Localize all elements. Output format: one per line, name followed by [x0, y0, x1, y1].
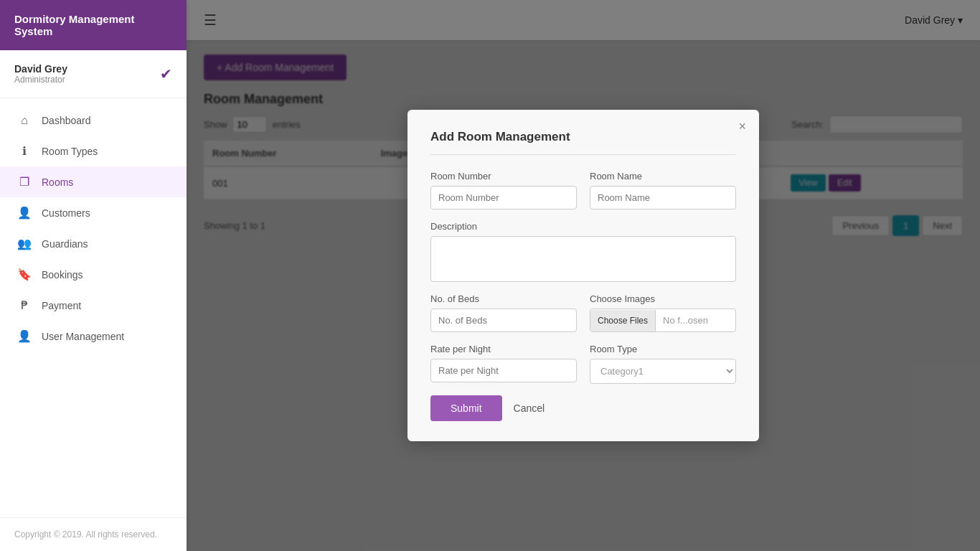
description-input[interactable]: [430, 236, 736, 282]
sidebar-user-role: Administrator: [14, 75, 67, 85]
sidebar-item-payment[interactable]: ₱ Payment: [0, 290, 187, 321]
room-number-group: Room Number: [430, 171, 577, 209]
no-of-beds-group: No. of Beds: [430, 293, 577, 332]
sidebar-item-label: Rooms: [42, 176, 73, 188]
sidebar-item-user-management[interactable]: 👤 User Management: [0, 321, 187, 352]
sidebar-item-label: User Management: [42, 331, 124, 342]
sidebar-item-label: Payment: [42, 300, 81, 311]
info-icon: ℹ: [17, 144, 32, 158]
bookings-icon: 🔖: [17, 268, 32, 281]
form-row-3: No. of Beds Choose Images Choose Files N…: [430, 293, 736, 332]
form-row-2: Description: [430, 221, 736, 282]
sidebar-item-customers[interactable]: 👤 Customers: [0, 197, 187, 228]
sidebar-item-label: Bookings: [42, 269, 83, 281]
sidebar-item-label: Dashboard: [42, 115, 91, 126]
rate-per-night-input[interactable]: [430, 359, 577, 382]
modal-title: Add Room Management: [430, 130, 736, 155]
sidebar-item-rooms[interactable]: ❐ Rooms: [0, 166, 187, 197]
form-row-1: Room Number Room Name: [430, 171, 736, 209]
sidebar-item-bookings[interactable]: 🔖 Bookings: [0, 259, 187, 290]
sidebar-item-guardians[interactable]: 👥 Guardians: [0, 228, 187, 259]
sidebar: Dormitory Management System David Grey A…: [0, 0, 187, 551]
choose-images-label: Choose Images: [590, 293, 736, 304]
choose-files-button[interactable]: Choose Files: [590, 310, 656, 331]
description-label: Description: [430, 221, 736, 232]
choose-images-group: Choose Images Choose Files No f...osen: [590, 293, 736, 332]
sidebar-item-room-types[interactable]: ℹ Room Types: [0, 136, 187, 166]
sidebar-user-info: David Grey Administrator: [14, 63, 67, 85]
no-of-beds-input[interactable]: [430, 309, 577, 332]
file-name-display: No f...osen: [656, 309, 715, 331]
sidebar-item-dashboard[interactable]: ⌂ Dashboard: [0, 105, 187, 136]
room-number-label: Room Number: [430, 171, 577, 182]
room-name-label: Room Name: [590, 171, 736, 182]
no-of-beds-label: No. of Beds: [430, 293, 577, 304]
payment-icon: ₱: [17, 298, 32, 312]
modal-close-button[interactable]: ×: [738, 120, 746, 133]
room-name-group: Room Name: [590, 171, 736, 209]
modal-overlay: Add Room Management × Room Number Room N…: [187, 0, 980, 551]
sidebar-item-label: Customers: [42, 207, 90, 219]
modal-actions: Submit Cancel: [430, 395, 736, 421]
app-title: Dormitory Management System: [0, 0, 187, 50]
user-mgmt-icon: 👤: [17, 329, 32, 343]
description-group: Description: [430, 221, 736, 282]
submit-button[interactable]: Submit: [430, 395, 502, 421]
file-input-wrapper: Choose Files No f...osen: [590, 309, 736, 332]
form-row-4: Rate per Night Room Type Category1 Categ…: [430, 344, 736, 384]
guardians-icon: 👥: [17, 237, 32, 250]
rate-per-night-label: Rate per Night: [430, 344, 577, 354]
room-name-input[interactable]: [590, 186, 736, 209]
room-type-select[interactable]: Category1 Category2 Category3: [590, 359, 736, 384]
cancel-button[interactable]: Cancel: [514, 402, 545, 414]
user-check-icon: ✔: [160, 65, 172, 83]
sidebar-nav: ⌂ Dashboard ℹ Room Types ❐ Rooms 👤 Custo…: [0, 98, 187, 517]
room-type-group: Room Type Category1 Category2 Category3: [590, 344, 736, 384]
room-number-input[interactable]: [430, 186, 577, 209]
home-icon: ⌂: [17, 114, 32, 127]
main-area: ☰ David Grey ▾ + Add Room Management Roo…: [187, 0, 980, 551]
room-type-label: Room Type: [590, 344, 736, 354]
add-room-modal: Add Room Management × Room Number Room N…: [407, 110, 759, 441]
sidebar-user-section: David Grey Administrator ✔: [0, 50, 187, 98]
rate-per-night-group: Rate per Night: [430, 344, 577, 384]
customer-icon: 👤: [17, 206, 32, 220]
rooms-icon: ❐: [17, 175, 32, 189]
sidebar-item-label: Room Types: [42, 146, 98, 157]
sidebar-item-label: Guardians: [42, 238, 88, 250]
sidebar-footer: Copyright © 2019. All rights reserved.: [0, 517, 187, 551]
sidebar-username: David Grey: [14, 63, 67, 75]
